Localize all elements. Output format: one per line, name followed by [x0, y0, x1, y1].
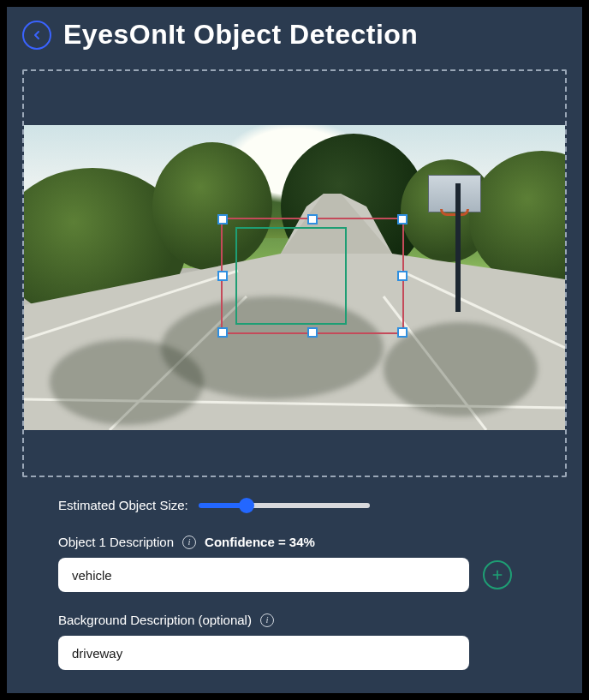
info-icon[interactable]: i [182, 535, 196, 549]
basketball-backboard [428, 175, 481, 212]
page-title: EyesOnIt Object Detection [63, 19, 418, 51]
resize-handle-sw[interactable] [217, 327, 228, 338]
info-icon[interactable]: i [260, 613, 274, 627]
resize-handle-w[interactable] [217, 271, 228, 281]
arrow-left-icon [30, 28, 44, 42]
resize-handle-se[interactable] [397, 327, 408, 338]
size-label: Estimated Object Size: [58, 498, 188, 512]
size-row: Estimated Object Size: [58, 498, 531, 512]
form-area: Estimated Object Size: Object 1 Descript… [7, 477, 582, 670]
size-slider-thumb[interactable] [239, 498, 254, 513]
image-dropzone[interactable] [22, 69, 567, 477]
add-object-button[interactable] [483, 560, 512, 589]
object1-input-row [58, 558, 531, 592]
header: EyesOnIt Object Detection [7, 7, 582, 69]
basketball-hoop [440, 209, 469, 216]
resize-handle-s[interactable] [307, 327, 318, 338]
object1-label: Object 1 Description [58, 535, 174, 549]
camera-image [24, 125, 565, 430]
size-slider[interactable] [199, 503, 370, 508]
back-button[interactable] [22, 21, 51, 50]
confidence-label: Confidence = 34% [205, 535, 315, 549]
plus-icon [491, 568, 504, 582]
background-input-row [58, 636, 531, 670]
resize-handle-e[interactable] [397, 271, 408, 281]
app-root: EyesOnIt Object Detection [7, 7, 582, 693]
resize-handle-n[interactable] [307, 214, 318, 224]
basketball-pole [455, 183, 461, 312]
resize-handle-nw[interactable] [217, 214, 228, 224]
object1-label-row: Object 1 Description i Confidence = 34% [58, 535, 531, 549]
background-label: Background Description (optional) [58, 613, 252, 627]
background-input[interactable] [58, 636, 469, 670]
object1-input[interactable] [58, 558, 469, 592]
shadow [50, 339, 204, 425]
resize-handle-ne[interactable] [397, 214, 408, 224]
background-label-row: Background Description (optional) i [58, 613, 531, 627]
detection-box-inner[interactable] [235, 227, 347, 325]
